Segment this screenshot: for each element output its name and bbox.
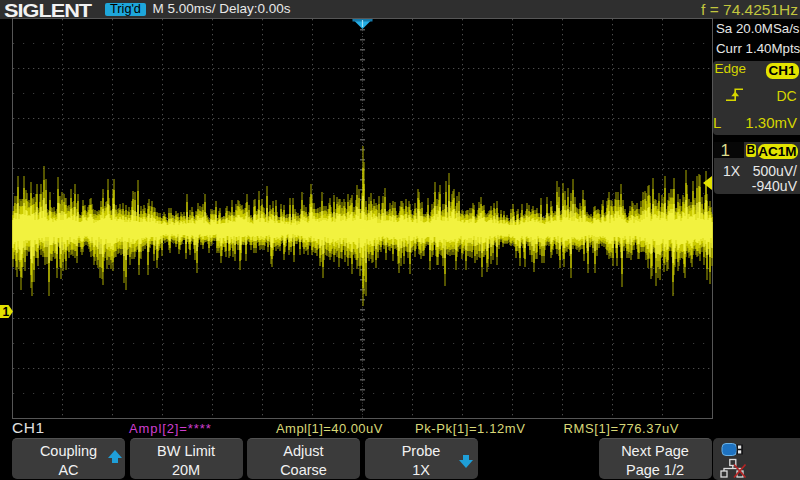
svg-text:1: 1: [3, 305, 10, 319]
